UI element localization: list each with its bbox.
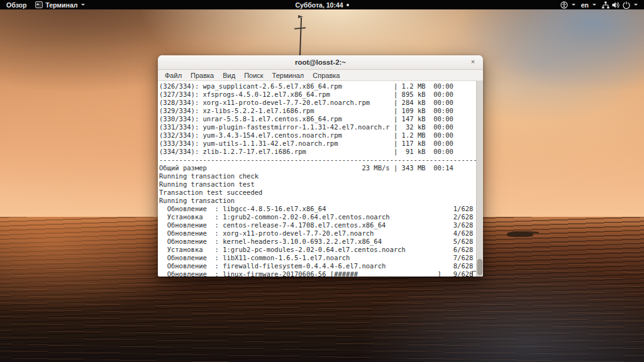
app-menu-button[interactable]: Терминал — [35, 1, 85, 9]
clock-label[interactable]: Суббота, 10:44 — [295, 1, 343, 9]
terminal-output[interactable]: (326/334): wpa_supplicant-2.6-5.el7.x86_… — [158, 81, 483, 277]
keyboard-layout-button[interactable]: en — [581, 1, 596, 9]
menu-search[interactable]: Поиск — [240, 72, 267, 79]
system-status-button[interactable] — [602, 1, 638, 9]
accessibility-menu-button[interactable] — [560, 1, 575, 9]
menu-help[interactable]: Справка — [308, 72, 344, 79]
power-icon — [623, 1, 630, 9]
notification-dot-icon — [347, 4, 349, 6]
chevron-down-icon — [572, 4, 575, 6]
chevron-down-icon — [592, 4, 596, 6]
app-menu-label: Терминал — [45, 1, 77, 9]
menu-terminal[interactable]: Терминал — [268, 72, 309, 79]
scrollbar-thumb[interactable] — [477, 259, 482, 275]
menu-file[interactable]: Файл — [160, 72, 186, 79]
chevron-down-icon — [634, 4, 638, 6]
scrollbar-track[interactable] — [476, 81, 483, 277]
terminal-window: root@losst-2:~ × Файл Правка Вид Поиск Т… — [158, 55, 483, 277]
menu-bar: Файл Правка Вид Поиск Терминал Справка — [158, 70, 483, 81]
wallpaper-island — [507, 231, 533, 237]
keyboard-layout-label: en — [581, 1, 589, 9]
menu-view[interactable]: Вид — [218, 72, 240, 79]
accessibility-icon — [560, 1, 568, 9]
close-icon[interactable]: × — [469, 58, 477, 67]
terminal-screen[interactable]: (326/334): wpa_supplicant-2.6-5.el7.x86_… — [158, 81, 483, 277]
top-bar: Обзор Терминал Суббота, 10:44 en — [0, 0, 644, 9]
terminal-app-icon — [35, 1, 43, 8]
activities-button[interactable]: Обзор — [6, 1, 26, 9]
window-title: root@losst-2:~ — [295, 58, 346, 66]
network-wired-icon — [602, 1, 609, 9]
volume-icon — [612, 1, 620, 9]
window-titlebar[interactable]: root@losst-2:~ × — [158, 55, 483, 70]
chevron-down-icon — [81, 4, 85, 6]
menu-edit[interactable]: Правка — [186, 72, 218, 79]
